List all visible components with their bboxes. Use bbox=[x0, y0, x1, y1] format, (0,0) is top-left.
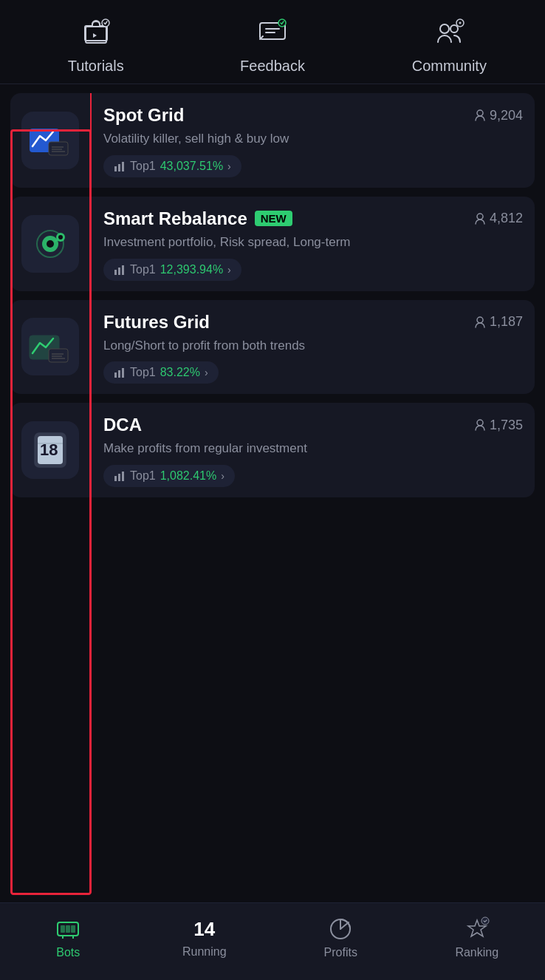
dca-top1[interactable]: Top1 1,082.41% › bbox=[103, 465, 235, 487]
top-navigation: Tutorials Feedback Community bbox=[0, 0, 545, 84]
svg-rect-22 bbox=[114, 270, 117, 275]
content-spacer bbox=[0, 506, 545, 595]
svg-rect-32 bbox=[118, 370, 120, 378]
svg-point-4 bbox=[440, 24, 449, 33]
svg-rect-31 bbox=[114, 372, 117, 378]
top1-label-4: Top1 bbox=[130, 469, 156, 483]
svg-rect-45 bbox=[71, 925, 75, 933]
futures-grid-title-row: Futures Grid 1,187 bbox=[103, 312, 523, 333]
svg-rect-8 bbox=[49, 142, 68, 155]
running-label: Running bbox=[182, 945, 227, 959]
svg-rect-15 bbox=[122, 162, 124, 171]
bottom-navigation: Bots 14 Running Profits Ranking bbox=[0, 902, 545, 980]
smart-rebalance-icon-bg bbox=[21, 215, 79, 273]
futures-grid-icon-col bbox=[10, 300, 92, 395]
svg-point-30 bbox=[477, 317, 483, 323]
bot-card-smart-rebalance[interactable]: Smart Rebalance NEW 4,812 Investment por… bbox=[10, 197, 535, 291]
nav-tutorials[interactable]: Tutorials bbox=[7, 13, 184, 75]
nav-feedback[interactable]: Feedback bbox=[184, 13, 360, 75]
svg-rect-26 bbox=[49, 349, 68, 362]
bottom-nav-profits[interactable]: Profits bbox=[272, 916, 409, 959]
futures-grid-pct: 83.22% bbox=[160, 366, 200, 379]
top1-label-3: Top1 bbox=[130, 366, 156, 379]
community-label: Community bbox=[412, 58, 487, 75]
svg-rect-24 bbox=[122, 265, 124, 275]
dca-title: DCA bbox=[103, 415, 142, 435]
svg-rect-43 bbox=[61, 925, 65, 933]
svg-rect-39 bbox=[114, 476, 117, 481]
bots-label: Bots bbox=[56, 946, 80, 959]
svg-rect-33 bbox=[122, 368, 124, 378]
dca-info: DCA 1,735 Make profits from regular inve… bbox=[92, 403, 535, 497]
svg-rect-40 bbox=[118, 474, 120, 481]
futures-grid-info: Futures Grid 1,187 Long/Short to profit … bbox=[92, 300, 535, 395]
dca-users: 1,735 bbox=[473, 418, 523, 433]
dca-icon-col: 18 bbox=[10, 403, 92, 497]
spot-grid-title: Spot Grid bbox=[103, 105, 184, 126]
smart-rebalance-icon-col bbox=[10, 197, 92, 291]
futures-grid-desc: Long/Short to profit from both trends bbox=[103, 337, 523, 355]
futures-grid-top1[interactable]: Top1 83.22% › bbox=[103, 361, 219, 384]
spot-grid-top1[interactable]: Top1 43,037.51% › bbox=[103, 155, 241, 177]
ranking-icon bbox=[465, 916, 490, 942]
svg-point-18 bbox=[47, 240, 54, 248]
svg-point-12 bbox=[477, 110, 483, 116]
spot-grid-users: 9,204 bbox=[473, 108, 523, 123]
tutorials-icon bbox=[77, 13, 115, 52]
smart-rebalance-pct: 12,393.94% bbox=[160, 263, 223, 276]
profits-label: Profits bbox=[324, 946, 357, 959]
svg-rect-13 bbox=[114, 166, 117, 171]
futures-grid-title: Futures Grid bbox=[103, 312, 210, 333]
bot-card-futures-grid[interactable]: Futures Grid 1,187 Long/Short to profit … bbox=[10, 300, 535, 395]
dca-desc: Make profits from regular investment bbox=[103, 440, 523, 457]
top1-label-2: Top1 bbox=[130, 263, 156, 276]
spot-grid-desc: Volatility killer, sell high & buy low bbox=[103, 130, 523, 148]
svg-point-51 bbox=[481, 917, 489, 925]
smart-rebalance-title: Smart Rebalance NEW bbox=[103, 208, 292, 229]
dca-title-row: DCA 1,735 bbox=[103, 415, 523, 435]
smart-rebalance-desc: Investment portfolio, Risk spread, Long-… bbox=[103, 234, 523, 251]
svg-point-5 bbox=[450, 25, 458, 33]
futures-grid-icon-bg bbox=[21, 318, 79, 375]
bottom-nav-bots[interactable]: Bots bbox=[0, 916, 137, 959]
smart-rebalance-users: 4,812 bbox=[473, 211, 523, 226]
feedback-icon bbox=[253, 13, 292, 52]
smart-rebalance-title-row: Smart Rebalance NEW 4,812 bbox=[103, 208, 523, 229]
running-count: 14 bbox=[193, 918, 215, 941]
spot-grid-pct: 43,037.51% bbox=[160, 160, 223, 173]
bot-card-dca[interactable]: 18 DCA 1,735 Make profits from regular i… bbox=[10, 403, 535, 497]
dca-pct: 1,082.41% bbox=[160, 469, 217, 483]
svg-point-21 bbox=[477, 214, 483, 220]
nav-community[interactable]: Community bbox=[361, 13, 538, 75]
bots-icon bbox=[55, 916, 80, 942]
svg-rect-14 bbox=[118, 164, 120, 171]
ranking-label: Ranking bbox=[455, 946, 498, 959]
svg-point-38 bbox=[477, 420, 483, 426]
dca-icon-bg: 18 bbox=[21, 421, 79, 479]
new-badge: NEW bbox=[255, 211, 292, 226]
spot-grid-icon-bg bbox=[21, 112, 79, 169]
bot-card-spot-grid[interactable]: Spot Grid 9,204 Volatility killer, sell … bbox=[10, 93, 535, 188]
smart-rebalance-top1[interactable]: Top1 12,393.94% › bbox=[103, 259, 241, 281]
profits-icon bbox=[328, 916, 353, 942]
bot-list: Spot Grid 9,204 Volatility killer, sell … bbox=[0, 84, 545, 506]
smart-rebalance-info: Smart Rebalance NEW 4,812 Investment por… bbox=[92, 197, 535, 291]
bottom-nav-running[interactable]: 14 Running bbox=[137, 918, 273, 959]
svg-rect-23 bbox=[118, 268, 120, 275]
spot-grid-icon-col bbox=[10, 93, 92, 188]
spot-grid-title-row: Spot Grid 9,204 bbox=[103, 105, 523, 126]
feedback-label: Feedback bbox=[240, 58, 305, 75]
community-icon bbox=[430, 13, 468, 52]
svg-rect-41 bbox=[122, 472, 124, 481]
spot-grid-info: Spot Grid 9,204 Volatility killer, sell … bbox=[92, 93, 535, 188]
futures-grid-users: 1,187 bbox=[473, 314, 523, 330]
bottom-nav-ranking[interactable]: Ranking bbox=[409, 916, 546, 959]
svg-line-49 bbox=[340, 922, 349, 929]
tutorials-label: Tutorials bbox=[68, 58, 124, 75]
svg-point-20 bbox=[58, 235, 63, 239]
svg-rect-44 bbox=[66, 925, 70, 933]
top1-label: Top1 bbox=[130, 160, 156, 173]
